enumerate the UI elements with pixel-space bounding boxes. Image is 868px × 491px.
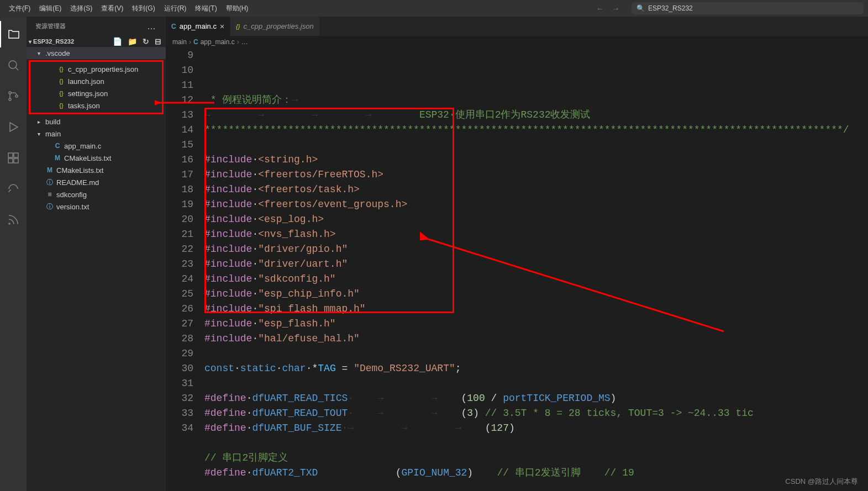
tree-item[interactable]: ▾main xyxy=(27,128,166,140)
breadcrumb[interactable]: main › C app_main.c › … xyxy=(166,36,868,48)
tree-item[interactable]: ⓘREADME.md xyxy=(27,176,166,188)
line-number: 10 xyxy=(166,63,193,78)
file-icon: ⓘ xyxy=(45,178,54,187)
menu-item[interactable]: 运行(R) xyxy=(160,2,191,15)
menu-item[interactable]: 转到(G) xyxy=(128,2,159,15)
line-number: 11 xyxy=(166,78,193,93)
code-line[interactable]: #include·"hal/efuse_hal.h" xyxy=(204,331,868,346)
menu-item[interactable]: 帮助(H) xyxy=(222,2,253,15)
file-icon: {} xyxy=(57,66,66,72)
code-line[interactable]: #include·<nvs_flash.h> xyxy=(204,227,868,242)
line-number: 12 xyxy=(166,93,193,108)
line-number: 21 xyxy=(166,227,193,242)
extensions-icon[interactable] xyxy=(0,145,27,171)
code-content[interactable]: * 例程说明简介：→→ → → → ESP32·使用串口2作为RS232收发测试… xyxy=(204,48,868,491)
line-number: 24 xyxy=(166,272,193,287)
tree-item[interactable]: {}c_cpp_properties.json xyxy=(30,63,162,75)
tree-item-label: sdkconfig xyxy=(56,191,87,199)
code-line[interactable]: #include·<string.h> xyxy=(204,152,868,167)
editor-body[interactable]: 9101112131415161718192021222324252627282… xyxy=(166,48,868,491)
tree-item-label: version.txt xyxy=(56,203,89,211)
tree-item-label: settings.json xyxy=(68,89,108,98)
code-line[interactable]: #define·dfUART_BUF_SIZE·→ → → (127) xyxy=(204,421,868,436)
tree-item[interactable]: ⓘversion.txt xyxy=(27,200,166,213)
code-line[interactable]: // 串口2引脚定义 xyxy=(204,451,868,466)
line-number: 31 xyxy=(166,376,193,391)
code-line[interactable]: #include·"esp_chip_info.h" xyxy=(204,287,868,302)
file-icon: C xyxy=(53,142,62,150)
menu-item[interactable]: 终端(T) xyxy=(191,2,221,15)
code-line[interactable]: #include·"sdkconfig.h" xyxy=(204,272,868,287)
tree-item[interactable]: MCMakeLists.txt xyxy=(27,164,166,176)
svg-rect-8 xyxy=(14,159,18,163)
tree-item[interactable]: ▾.vscode xyxy=(27,47,166,59)
svg-rect-6 xyxy=(14,153,18,157)
code-line[interactable]: #include·<esp_log.h> xyxy=(204,212,868,227)
espressif-icon[interactable] xyxy=(0,176,27,202)
menu-item[interactable]: 文件(F) xyxy=(4,2,35,15)
search-box[interactable]: 🔍 ESP32_RS232 xyxy=(632,2,864,14)
code-line[interactable] xyxy=(204,376,868,391)
line-number: 22 xyxy=(166,242,193,257)
tree-item[interactable]: MCMakeLists.txt xyxy=(27,152,166,164)
rss-icon[interactable] xyxy=(0,207,27,233)
code-line[interactable]: #define·dfUART2_TXD (GPIO_NUM_32) // 串口2… xyxy=(204,466,868,481)
new-file-icon[interactable]: 📄 xyxy=(113,37,122,46)
menu-item[interactable]: 编辑(E) xyxy=(35,2,66,15)
nav-forward-icon[interactable]: → xyxy=(612,4,619,13)
line-number: 30 xyxy=(166,361,193,376)
line-number: 29 xyxy=(166,346,193,361)
explorer-icon[interactable] xyxy=(0,21,27,47)
line-number: 19 xyxy=(166,197,193,212)
tab-file-icon: {} xyxy=(236,23,240,30)
code-line[interactable]: const·static·char·*TAG = "Demo_RS232_UAR… xyxy=(204,361,868,376)
file-icon: M xyxy=(45,166,54,174)
code-line[interactable]: → → → → ESP32·使用串口2作为RS232收发测试 xyxy=(204,108,868,123)
menu-item[interactable]: 选择(S) xyxy=(66,2,97,15)
tree-item[interactable]: {}settings.json xyxy=(30,87,162,99)
code-line[interactable]: #define·dfUART_READ_TOUT· → → (3) // 3.5… xyxy=(204,406,868,421)
code-line[interactable]: #define·dfUART_READ_TICS· → → (100 / por… xyxy=(204,391,868,406)
nav-back-icon[interactable]: ← xyxy=(596,4,603,13)
new-folder-icon[interactable]: 📁 xyxy=(128,37,137,46)
code-line[interactable]: ****************************************… xyxy=(204,123,868,138)
debug-icon[interactable] xyxy=(0,114,27,140)
code-line[interactable]: #include·<freertos/task.h> xyxy=(204,182,868,197)
tree-item-label: launch.json xyxy=(68,77,104,86)
editor-area: Capp_main.c×{}c_cpp_properties.json main… xyxy=(166,17,868,491)
code-line[interactable]: * 例程说明简介：→ xyxy=(204,93,868,108)
line-number: 33 xyxy=(166,406,193,421)
code-line[interactable]: #include·<freertos/event_groups.h> xyxy=(204,197,868,212)
editor-tab[interactable]: Capp_main.c× xyxy=(166,17,230,36)
code-line[interactable]: #include·"driver/uart.h" xyxy=(204,257,868,272)
code-line[interactable]: #include·"driver/gpio.h" xyxy=(204,242,868,257)
project-header[interactable]: ▾ ESP32_RS232 📄 📁 ↻ ⊟ xyxy=(27,36,166,47)
file-tree: ▾.vscode{}c_cpp_properties.json{}launch.… xyxy=(27,47,166,491)
tree-item[interactable]: {}launch.json xyxy=(30,75,162,87)
collapse-icon[interactable]: ⊟ xyxy=(155,37,161,46)
tree-item-label: tasks.json xyxy=(68,102,100,110)
sidebar: 资源管理器 … ▾ ESP32_RS232 📄 📁 ↻ ⊟ ▾.vscode{}… xyxy=(27,17,166,491)
refresh-icon[interactable]: ↻ xyxy=(143,37,149,46)
annotation-box-vscode-files: {}c_cpp_properties.json{}launch.json{}se… xyxy=(29,60,164,114)
close-icon[interactable]: × xyxy=(220,22,224,31)
tree-item[interactable]: Capp_main.c xyxy=(27,140,166,152)
code-line[interactable] xyxy=(204,138,868,152)
search-activity-icon[interactable] xyxy=(0,52,27,78)
line-number: 9 xyxy=(166,48,193,63)
tree-item[interactable]: ▸build xyxy=(27,115,166,128)
code-line[interactable] xyxy=(204,436,868,451)
tree-item-label: .vscode xyxy=(45,49,70,57)
menu-item[interactable]: 查看(V) xyxy=(97,2,128,15)
code-line[interactable]: #include·"spi_flash_mmap.h" xyxy=(204,302,868,316)
sidebar-more-icon[interactable]: … xyxy=(147,22,157,31)
code-line[interactable]: #include·"esp_flash.h" xyxy=(204,316,868,331)
code-line[interactable] xyxy=(204,346,868,361)
file-icon: {} xyxy=(57,102,66,109)
tree-item[interactable]: {}tasks.json xyxy=(30,99,162,112)
tree-item-label: build xyxy=(45,118,60,126)
editor-tab[interactable]: {}c_cpp_properties.json xyxy=(230,17,320,36)
tree-item[interactable]: ≡sdkconfig xyxy=(27,188,166,200)
code-line[interactable]: #include·<freertos/FreeRTOS.h> xyxy=(204,167,868,182)
source-control-icon[interactable] xyxy=(0,83,27,109)
